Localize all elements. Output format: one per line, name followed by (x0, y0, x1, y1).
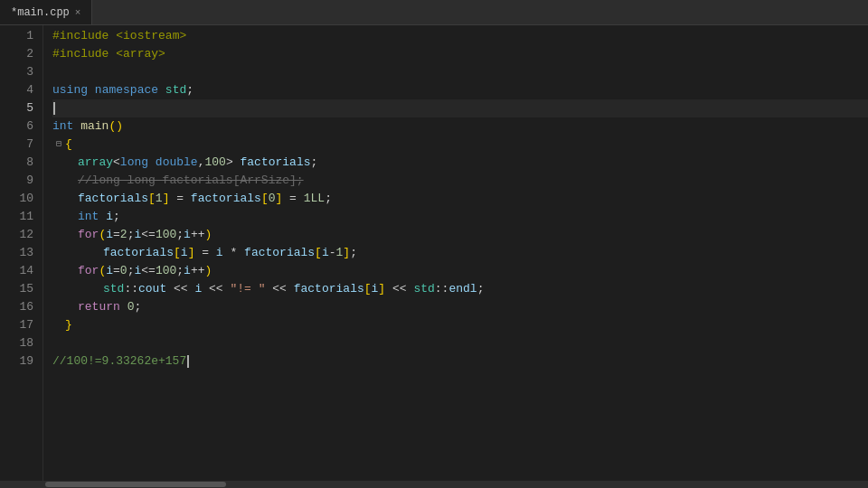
code-line-3 (52, 63, 868, 81)
line-num-13: 13 (0, 244, 42, 262)
line-num-5: 5 (0, 99, 42, 117)
line-num-4: 4 (0, 81, 42, 99)
code-line-12: for(i=2;i<=100;i++) (52, 226, 868, 244)
line-num-11: 11 (0, 208, 42, 226)
line-num-12: 12 (0, 226, 42, 244)
line-num-19: 19 (0, 352, 42, 371)
horizontal-scrollbar-thumb[interactable] (45, 482, 226, 487)
code-line-17: } (52, 316, 868, 334)
line-num-17: 17 (0, 316, 42, 334)
code-area[interactable]: #include <iostream> #include <array> usi… (43, 25, 868, 481)
line-num-9: 9 (0, 172, 42, 190)
editor-container: *main.cpp × 1 2 3 4 5 6 7 8 9 10 11 12 1… (0, 0, 868, 488)
line-num-14: 14 (0, 262, 42, 280)
line-num-8: 8 (0, 154, 42, 172)
code-line-5 (52, 99, 868, 117)
line-num-2: 2 (0, 45, 42, 63)
line-num-7: 7 (0, 136, 42, 154)
line-num-10: 10 (0, 190, 42, 208)
code-line-11: int i; (52, 208, 868, 226)
line-num-16: 16 (0, 298, 42, 316)
code-line-9: //long long factorials[ArrSize]; (52, 172, 868, 190)
main-content: 1 2 3 4 5 6 7 8 9 10 11 12 13 14 15 16 1… (0, 25, 868, 481)
text-cursor (53, 102, 55, 115)
code-line-2: #include <array> (52, 45, 868, 63)
code-line-14: for(i=0;i<=100;i++) (52, 262, 868, 280)
code-line-19: //100!=9.33262e+157 (52, 352, 868, 371)
tab-close-button[interactable]: × (75, 7, 81, 18)
end-cursor (187, 355, 189, 368)
bottom-scrollbar-bar (0, 481, 868, 488)
line-num-18: 18 (0, 334, 42, 352)
code-line-16: return 0; (52, 298, 868, 316)
tab-main-cpp[interactable]: *main.cpp × (0, 0, 92, 24)
line-num-15: 15 (0, 280, 42, 298)
fold-indicator-7[interactable]: ⊟ (52, 136, 65, 154)
line-number-gutter: 1 2 3 4 5 6 7 8 9 10 11 12 13 14 15 16 1… (0, 25, 43, 481)
code-line-18 (52, 334, 868, 352)
code-line-6: int main() (52, 117, 868, 136)
code-line-4: using namespace std; (52, 81, 868, 99)
code-line-7: ⊟{ (52, 136, 868, 154)
code-line-1: #include <iostream> (52, 27, 868, 45)
code-line-13: factorials[i] = i * factorials[i-1]; (52, 244, 868, 262)
tab-label: *main.cpp (11, 6, 70, 19)
code-line-8: array<long double,100> factorials; (52, 154, 868, 172)
code-line-15: std::cout << i << "!= " << factorials[i]… (52, 280, 868, 298)
code-line-10: factorials[1] = factorials[0] = 1LL; (52, 190, 868, 208)
tab-bar: *main.cpp × (0, 0, 868, 25)
line-num-6: 6 (0, 117, 42, 136)
line-num-1: 1 (0, 27, 42, 45)
line-num-3: 3 (0, 63, 42, 81)
